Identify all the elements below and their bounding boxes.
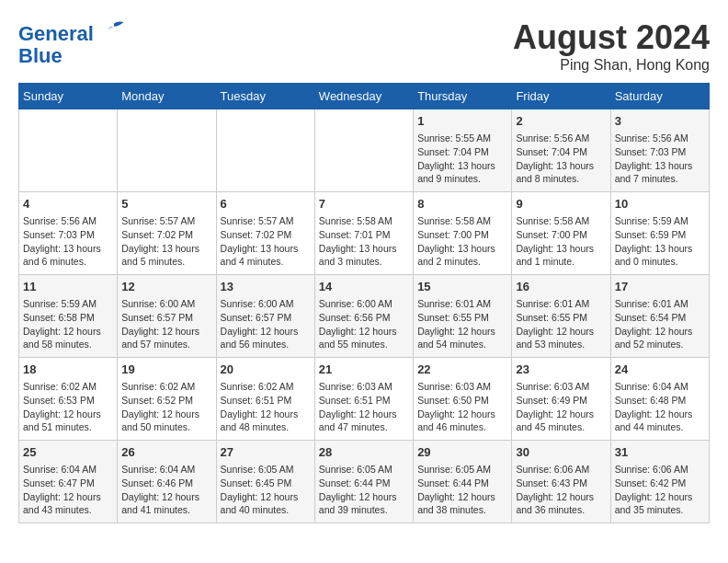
day-info: Sunrise: 6:02 AM Sunset: 6:51 PM Dayligh… (221, 380, 311, 434)
calendar-cell: 27Sunrise: 6:05 AM Sunset: 6:45 PM Dayli… (216, 441, 314, 523)
day-info: Sunrise: 6:05 AM Sunset: 6:45 PM Dayligh… (221, 463, 311, 517)
day-number: 15 (417, 279, 507, 295)
logo-text: General (18, 18, 125, 45)
day-info: Sunrise: 5:58 AM Sunset: 7:00 PM Dayligh… (516, 214, 606, 269)
calendar-cell (216, 109, 314, 192)
calendar-cell: 2Sunrise: 5:56 AM Sunset: 7:04 PM Daylig… (512, 109, 610, 192)
calendar-header: SundayMondayTuesdayWednesdayThursdayFrid… (19, 84, 710, 109)
day-number: 29 (417, 444, 507, 461)
day-info: Sunrise: 6:02 AM Sunset: 6:53 PM Dayligh… (23, 380, 113, 434)
calendar-cell: 30Sunrise: 6:06 AM Sunset: 6:43 PM Dayli… (512, 441, 610, 523)
calendar-cell: 8Sunrise: 5:58 AM Sunset: 7:00 PM Daylig… (414, 192, 512, 275)
day-info: Sunrise: 5:59 AM Sunset: 6:58 PM Dayligh… (23, 297, 113, 351)
day-info: Sunrise: 6:06 AM Sunset: 6:42 PM Dayligh… (615, 463, 705, 517)
day-number: 5 (121, 196, 211, 213)
day-info: Sunrise: 5:58 AM Sunset: 7:01 PM Dayligh… (319, 214, 409, 269)
calendar-week-4: 18Sunrise: 6:02 AM Sunset: 6:53 PM Dayli… (19, 358, 710, 441)
day-number: 11 (23, 279, 113, 295)
logo-bird-icon (103, 18, 125, 40)
day-info: Sunrise: 6:04 AM Sunset: 6:46 PM Dayligh… (121, 463, 211, 517)
calendar-cell: 9Sunrise: 5:58 AM Sunset: 7:00 PM Daylig… (512, 192, 610, 275)
logo-blue: Blue (18, 45, 125, 67)
day-info: Sunrise: 6:02 AM Sunset: 6:52 PM Dayligh… (121, 380, 211, 434)
day-number: 14 (319, 279, 409, 295)
calendar-table: SundayMondayTuesdayWednesdayThursdayFrid… (18, 83, 710, 523)
day-info: Sunrise: 5:56 AM Sunset: 7:04 PM Dayligh… (516, 132, 606, 186)
day-number: 19 (121, 362, 211, 378)
day-number: 28 (319, 444, 409, 461)
calendar-week-3: 11Sunrise: 5:59 AM Sunset: 6:58 PM Dayli… (19, 275, 710, 358)
logo-general: General (18, 22, 94, 45)
day-number: 18 (23, 362, 113, 378)
calendar-cell: 26Sunrise: 6:04 AM Sunset: 6:46 PM Dayli… (118, 441, 216, 523)
day-number: 27 (221, 444, 311, 461)
weekday-header-friday: Friday (512, 84, 610, 109)
header-row: SundayMondayTuesdayWednesdayThursdayFrid… (19, 84, 710, 109)
day-number: 16 (516, 279, 606, 295)
day-number: 24 (615, 362, 705, 378)
calendar-cell: 17Sunrise: 6:01 AM Sunset: 6:54 PM Dayli… (610, 275, 709, 358)
day-info: Sunrise: 5:56 AM Sunset: 7:03 PM Dayligh… (615, 132, 705, 186)
day-info: Sunrise: 6:03 AM Sunset: 6:49 PM Dayligh… (516, 380, 606, 434)
day-number: 12 (121, 279, 211, 295)
day-info: Sunrise: 6:03 AM Sunset: 6:51 PM Dayligh… (319, 380, 409, 434)
calendar-cell: 20Sunrise: 6:02 AM Sunset: 6:51 PM Dayli… (216, 358, 314, 441)
day-number: 9 (516, 196, 606, 213)
calendar-cell: 22Sunrise: 6:03 AM Sunset: 6:50 PM Dayli… (414, 358, 512, 441)
calendar-cell: 18Sunrise: 6:02 AM Sunset: 6:53 PM Dayli… (19, 358, 118, 441)
month-title: August 2024 (513, 18, 710, 57)
day-info: Sunrise: 5:57 AM Sunset: 7:02 PM Dayligh… (121, 214, 211, 269)
day-number: 3 (615, 113, 705, 130)
calendar-cell: 5Sunrise: 5:57 AM Sunset: 7:02 PM Daylig… (118, 192, 216, 275)
day-info: Sunrise: 5:57 AM Sunset: 7:02 PM Dayligh… (221, 214, 311, 269)
day-number: 26 (121, 444, 211, 461)
logo: General Blue (18, 18, 125, 67)
calendar-cell: 21Sunrise: 6:03 AM Sunset: 6:51 PM Dayli… (314, 358, 413, 441)
calendar-cell: 12Sunrise: 6:00 AM Sunset: 6:57 PM Dayli… (118, 275, 216, 358)
day-number: 22 (417, 362, 507, 378)
title-block: August 2024 Ping Shan, Hong Kong (513, 18, 710, 74)
calendar-week-2: 4Sunrise: 5:56 AM Sunset: 7:03 PM Daylig… (19, 192, 710, 275)
day-info: Sunrise: 5:59 AM Sunset: 6:59 PM Dayligh… (615, 214, 705, 269)
weekday-header-saturday: Saturday (610, 84, 709, 109)
day-number: 31 (615, 444, 705, 461)
calendar-cell (118, 109, 216, 192)
calendar-cell: 3Sunrise: 5:56 AM Sunset: 7:03 PM Daylig… (610, 109, 709, 192)
calendar-cell: 1Sunrise: 5:55 AM Sunset: 7:04 PM Daylig… (414, 109, 512, 192)
day-info: Sunrise: 6:03 AM Sunset: 6:50 PM Dayligh… (417, 380, 507, 434)
day-info: Sunrise: 5:56 AM Sunset: 7:03 PM Dayligh… (23, 214, 113, 269)
calendar-cell: 14Sunrise: 6:00 AM Sunset: 6:56 PM Dayli… (314, 275, 413, 358)
day-info: Sunrise: 5:55 AM Sunset: 7:04 PM Dayligh… (417, 132, 507, 186)
day-info: Sunrise: 6:01 AM Sunset: 6:55 PM Dayligh… (516, 297, 606, 351)
day-number: 10 (615, 196, 705, 213)
day-info: Sunrise: 6:00 AM Sunset: 6:57 PM Dayligh… (221, 297, 311, 351)
calendar-cell: 6Sunrise: 5:57 AM Sunset: 7:02 PM Daylig… (216, 192, 314, 275)
calendar-cell: 25Sunrise: 6:04 AM Sunset: 6:47 PM Dayli… (19, 441, 118, 523)
calendar-cell: 4Sunrise: 5:56 AM Sunset: 7:03 PM Daylig… (19, 192, 118, 275)
weekday-header-thursday: Thursday (414, 84, 512, 109)
day-number: 25 (23, 444, 113, 461)
day-info: Sunrise: 6:00 AM Sunset: 6:57 PM Dayligh… (121, 297, 211, 351)
day-number: 21 (319, 362, 409, 378)
calendar-cell: 13Sunrise: 6:00 AM Sunset: 6:57 PM Dayli… (216, 275, 314, 358)
calendar-cell: 19Sunrise: 6:02 AM Sunset: 6:52 PM Dayli… (118, 358, 216, 441)
day-number: 17 (615, 279, 705, 295)
calendar-cell: 23Sunrise: 6:03 AM Sunset: 6:49 PM Dayli… (512, 358, 610, 441)
day-info: Sunrise: 6:01 AM Sunset: 6:55 PM Dayligh… (417, 297, 507, 351)
day-number: 7 (319, 196, 409, 213)
day-number: 30 (516, 444, 606, 461)
day-info: Sunrise: 6:01 AM Sunset: 6:54 PM Dayligh… (615, 297, 705, 351)
weekday-header-tuesday: Tuesday (216, 84, 314, 109)
day-info: Sunrise: 5:58 AM Sunset: 7:00 PM Dayligh… (417, 214, 507, 269)
day-number: 13 (221, 279, 311, 295)
day-number: 1 (417, 113, 507, 130)
calendar-cell: 31Sunrise: 6:06 AM Sunset: 6:42 PM Dayli… (610, 441, 709, 523)
day-number: 4 (23, 196, 113, 213)
calendar-cell (314, 109, 413, 192)
day-info: Sunrise: 6:04 AM Sunset: 6:47 PM Dayligh… (23, 463, 113, 517)
weekday-header-sunday: Sunday (19, 84, 118, 109)
calendar-cell: 29Sunrise: 6:05 AM Sunset: 6:44 PM Dayli… (414, 441, 512, 523)
calendar-week-5: 25Sunrise: 6:04 AM Sunset: 6:47 PM Dayli… (19, 441, 710, 523)
weekday-header-wednesday: Wednesday (314, 84, 413, 109)
calendar-cell: 11Sunrise: 5:59 AM Sunset: 6:58 PM Dayli… (19, 275, 118, 358)
